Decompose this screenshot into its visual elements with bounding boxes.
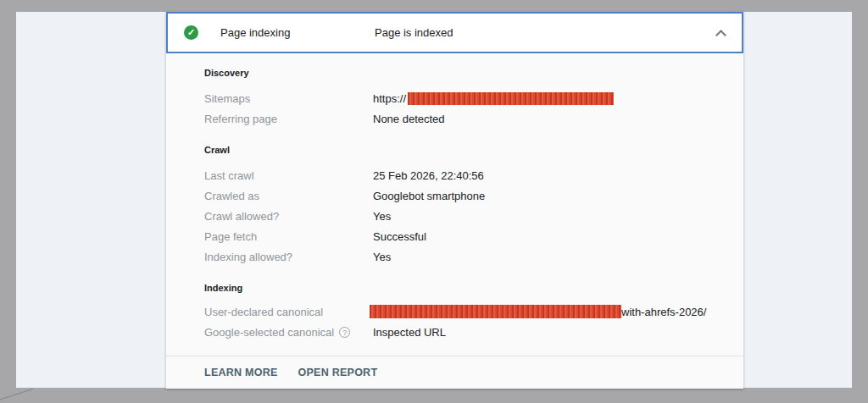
- row-value: Yes: [373, 251, 391, 263]
- row-label: Crawl allowed?: [204, 210, 373, 223]
- detail-row-sitemaps: Sitemaps https://: [204, 88, 723, 108]
- check-circle-icon: ✓: [184, 25, 198, 40]
- help-icon[interactable]: ?: [339, 327, 350, 338]
- canonical-url-suffix: with-ahrefs-2026/: [621, 306, 706, 318]
- row-label: Page fetch: [204, 230, 373, 243]
- page-indexing-details: Discovery Sitemaps https:// Referring pa…: [166, 53, 743, 356]
- row-value: https://: [373, 92, 614, 105]
- row-label: Last crawl: [204, 169, 373, 182]
- detail-row-crawled-as: Crawled as Googlebot smartphone: [204, 185, 723, 206]
- detail-row-user-declared-canonical: User-declared canonical with-ahrefs-2026…: [204, 301, 723, 322]
- detail-row-referring-page: Referring page None detected: [204, 108, 723, 129]
- row-label: Google-selected canonical ?: [204, 326, 373, 339]
- section-heading-indexing: Indexing: [204, 283, 723, 294]
- section-heading-crawl: Crawl: [204, 145, 723, 156]
- chevron-up-icon[interactable]: [715, 30, 726, 41]
- detail-row-crawl-allowed: Crawl allowed? Yes: [204, 206, 723, 226]
- row-value: Successful: [373, 230, 426, 243]
- card-footer: LEARN MORE OPEN REPORT: [166, 356, 743, 389]
- row-label: Sitemaps: [204, 92, 373, 105]
- row-label: Crawled as: [204, 190, 373, 202]
- detail-row-last-crawl: Last crawl 25 Feb 2026, 22:40:56: [204, 165, 723, 185]
- row-value: Yes: [373, 210, 391, 223]
- row-label: Indexing allowed?: [204, 251, 373, 263]
- section-heading-discovery: Discovery: [204, 68, 723, 79]
- row-label: Referring page: [204, 113, 373, 125]
- background-artifact-line: [0, 389, 33, 401]
- page-indexing-header[interactable]: ✓ Page indexing Page is indexed: [166, 12, 743, 53]
- url-inspection-card: ✓ Page indexing Page is indexed Discover…: [166, 12, 743, 389]
- detail-row-page-fetch: Page fetch Successful: [204, 226, 723, 246]
- status-text: Page is indexed: [375, 26, 717, 39]
- detail-row-indexing-allowed: Indexing allowed? Yes: [204, 246, 723, 267]
- row-value: Googlebot smartphone: [373, 190, 485, 202]
- row-value: None detected: [373, 113, 445, 125]
- row-label: User-declared canonical: [204, 306, 373, 318]
- sitemap-url-prefix: https://: [373, 92, 406, 105]
- row-value: 25 Feb 2026, 22:40:56: [373, 169, 484, 182]
- row-value: Inspected URL: [373, 326, 446, 339]
- open-report-button[interactable]: OPEN REPORT: [288, 360, 388, 385]
- redaction-bar: [370, 305, 621, 318]
- detail-row-google-selected-canonical: Google-selected canonical ? Inspected UR…: [204, 322, 723, 342]
- learn-more-button[interactable]: LEARN MORE: [194, 360, 288, 385]
- row-label-text: Google-selected canonical: [204, 326, 334, 339]
- row-value: with-ahrefs-2026/: [373, 305, 706, 318]
- page-title: Page indexing: [220, 26, 375, 39]
- redaction-bar: [408, 92, 614, 105]
